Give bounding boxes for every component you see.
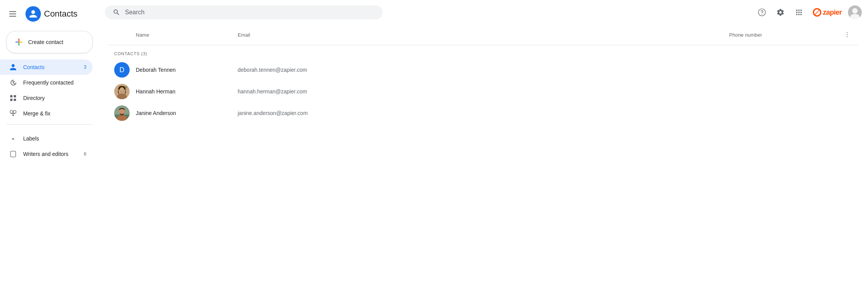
svg-rect-5 [14, 111, 16, 113]
zapier-text: zapier [823, 8, 842, 17]
svg-point-19 [120, 87, 124, 92]
avatar [114, 105, 130, 121]
contact-name: Deborah Tennen [136, 67, 238, 73]
google-apps-button[interactable] [791, 5, 807, 20]
writers-editors-label: Writers and editors [23, 151, 68, 157]
contact-name: Hannah Herman [136, 88, 238, 95]
table-row[interactable]: D Deborah Tennen deborah.tennen@zapier.c… [108, 59, 859, 81]
more-options-button[interactable] [842, 29, 853, 40]
merge-fix-label: Merge & fix [23, 110, 51, 117]
email-column-label: Email [238, 32, 250, 38]
sidebar-item-directory[interactable]: Directory [0, 90, 93, 106]
sidebar-item-merge-fix[interactable]: Merge & fix [0, 106, 93, 121]
svg-point-14 [847, 34, 848, 35]
avatar: D [114, 62, 130, 78]
contact-email: hannah.herman@zapier.com [238, 88, 745, 95]
create-contact-label: Create contact [28, 39, 63, 45]
app-logo: Contacts [25, 6, 78, 22]
sidebar-item-frequently-contacted[interactable]: Frequently contacted [0, 75, 93, 90]
help-button[interactable] [754, 5, 770, 20]
create-contact-button[interactable]: Create contact [6, 31, 93, 53]
avatar [114, 84, 130, 99]
svg-point-15 [847, 36, 848, 37]
settings-button[interactable] [773, 5, 788, 20]
chevron-up-icon [9, 135, 17, 142]
contacts-nav-label: Contacts [23, 64, 44, 70]
sidebar-header: Contacts [0, 3, 99, 28]
frequently-contacted-label: Frequently contacted [23, 80, 74, 86]
labels-title: Labels [23, 135, 39, 142]
sidebar-nav: Contacts 3 Frequently contacted Director… [0, 59, 99, 121]
hamburger-menu-button[interactable] [6, 8, 19, 20]
table-row[interactable]: Hannah Herman hannah.herman@zapier.com [108, 81, 859, 102]
contacts-badge: 3 [84, 64, 86, 70]
sidebar: Contacts Create contact Contacts 3 [0, 0, 99, 308]
contact-email: deborah.tennen@zapier.com [238, 67, 745, 73]
user-avatar-button[interactable] [848, 5, 862, 19]
zapier-logo: zapier [810, 8, 845, 17]
sidebar-item-contacts[interactable]: Contacts 3 [0, 59, 93, 75]
name-column-label: Name [136, 32, 149, 38]
svg-rect-4 [10, 111, 13, 113]
search-input[interactable] [125, 9, 375, 16]
label-item-writers-editors[interactable]: Writers and editors 6 [0, 146, 93, 162]
contacts-section-label: CONTACTS (3) [108, 45, 859, 59]
app-name: Contacts [44, 9, 78, 19]
topbar-actions: zapier [754, 5, 862, 20]
svg-point-8 [758, 9, 765, 16]
labels-section: Labels Writers and editors 6 [0, 128, 99, 165]
svg-marker-7 [12, 115, 14, 116]
table-header: Name Email Phone number [108, 25, 859, 45]
svg-point-11 [852, 8, 858, 14]
label-icon [9, 150, 17, 158]
phone-column-label: Phone number [729, 32, 762, 38]
table-row[interactable]: Janine Anderson janine.anderson@zapier.c… [108, 102, 859, 124]
search-box[interactable] [105, 5, 383, 19]
plus-icon [14, 37, 24, 47]
main-content: zapier Name Email Phone number [99, 0, 868, 308]
search-icon [113, 8, 120, 16]
app-icon [25, 6, 41, 22]
person-icon [9, 63, 17, 71]
labels-header[interactable]: Labels [0, 131, 99, 146]
history-icon [9, 79, 17, 86]
merge-icon [9, 110, 17, 117]
writers-editors-badge: 6 [84, 151, 86, 157]
directory-label: Directory [23, 95, 45, 101]
directory-icon [9, 94, 17, 102]
content-area: Name Email Phone number CONTACTS (3) D [99, 25, 868, 308]
nav-divider [6, 124, 93, 125]
svg-point-9 [762, 14, 762, 14]
contact-name: Janine Anderson [136, 110, 238, 116]
svg-point-13 [847, 32, 848, 33]
topbar: zapier [99, 0, 868, 25]
column-name-header: Name [114, 32, 238, 38]
contact-email: janine.anderson@zapier.com [238, 110, 745, 116]
